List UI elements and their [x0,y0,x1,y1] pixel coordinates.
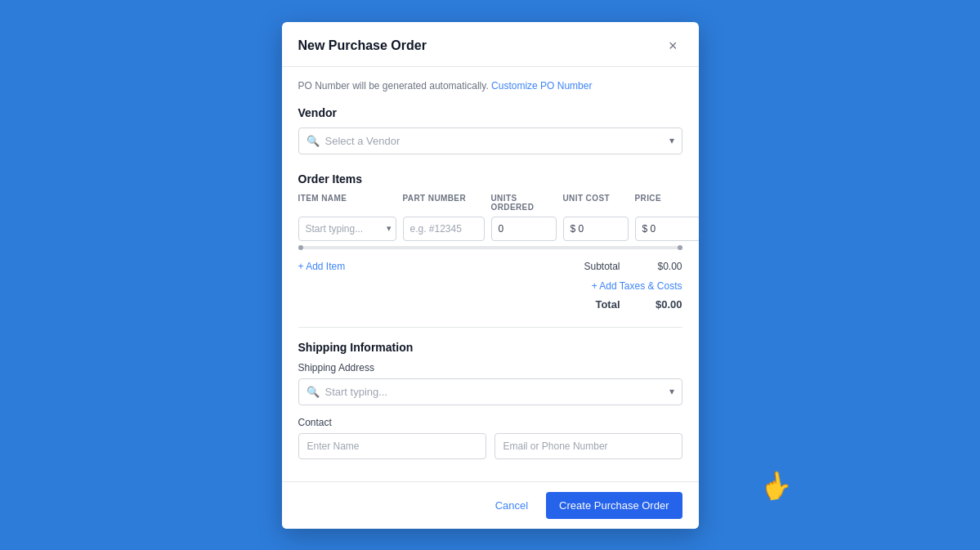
section-divider [298,327,682,328]
order-items-section: Order Items Item Name Part Number Units … [298,172,682,311]
subtotal-value: $0.00 [633,261,682,272]
subtotal-label: Subtotal [584,261,620,272]
modal-header: New Purchase Order × [282,22,699,67]
create-purchase-order-button[interactable]: Create Purchase Order [546,492,682,519]
table-row: ▾ 🗑 [298,217,682,241]
subtotal-row: Subtotal $0.00 [584,261,682,272]
part-number-input[interactable] [403,217,485,241]
customize-po-link[interactable]: Customize PO Number [491,80,592,92]
scroll-thumb-right [678,245,682,250]
col-unit-cost: Unit Cost [563,194,629,212]
shipping-address-label: Shipping Address [298,362,682,373]
modal-close-button[interactable]: × [664,37,682,55]
shipping-section-title: Shipping Information [298,341,682,354]
contact-row [298,433,682,459]
item-name-wrapper: ▾ [298,217,396,241]
cancel-button[interactable]: Cancel [486,493,538,518]
vendor-select-wrapper: 🔍 Select a Vendor ▾ [298,127,682,154]
po-notice: PO Number will be generated automaticall… [298,80,682,92]
shipping-address-wrapper: 🔍 ▾ [298,378,682,405]
total-label: Total [595,298,620,311]
unit-cost-input[interactable] [563,217,629,241]
col-item-name: Item Name [298,194,396,212]
scroll-thumb-left [298,245,303,250]
price-input[interactable] [635,217,699,241]
contact-email-input[interactable] [494,433,682,459]
new-purchase-order-modal: New Purchase Order × PO Number will be g… [282,22,699,529]
units-ordered-input[interactable] [491,217,557,241]
col-price: Price [635,194,699,212]
total-row: Total $0.00 [298,298,682,311]
contact-name-input[interactable] [298,433,486,459]
col-units-ordered: Units Ordered [491,194,557,212]
add-taxes-button[interactable]: + Add Taxes & Costs [592,280,682,292]
taxes-row: + Add Taxes & Costs [298,280,682,292]
item-name-input[interactable] [298,217,396,241]
contact-label: Contact [298,417,682,428]
vendor-section: Vendor 🔍 Select a Vendor ▾ [298,106,682,154]
modal-title: New Purchase Order [298,38,427,53]
modal-overlay: New Purchase Order × PO Number will be g… [0,0,980,550]
items-footer: + Add Item Subtotal $0.00 [298,257,682,275]
table-header: Item Name Part Number Units Ordered Unit… [298,194,682,212]
col-part-number: Part Number [403,194,485,212]
vendor-select[interactable]: Select a Vendor [298,127,682,154]
order-items-title: Order Items [298,172,682,186]
shipping-section: Shipping Information Shipping Address 🔍 … [298,341,682,459]
add-item-button[interactable]: + Add Item [298,257,346,275]
total-value: $0.00 [633,298,682,311]
modal-footer: Cancel Create Purchase Order [282,481,699,529]
scroll-track [298,246,682,249]
modal-body: PO Number will be generated automaticall… [282,67,699,481]
vendor-section-title: Vendor [298,106,682,119]
shipping-address-input[interactable] [298,378,682,405]
